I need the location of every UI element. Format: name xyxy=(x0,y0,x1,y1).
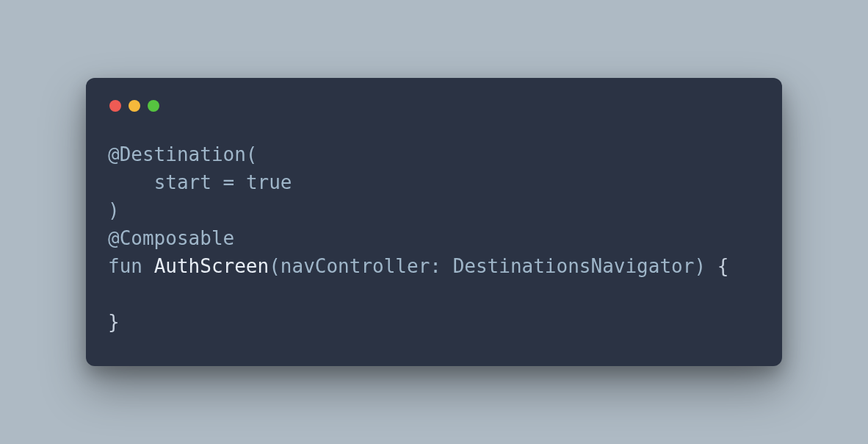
code-token: } xyxy=(108,311,120,333)
traffic-lights xyxy=(109,100,760,112)
code-token xyxy=(142,255,154,277)
code-window: @Destination( start = true ) @Composable… xyxy=(86,78,782,366)
code-token: ( xyxy=(246,143,258,165)
close-icon[interactable] xyxy=(109,100,121,112)
code-token: @Composable xyxy=(108,227,234,249)
code-token: : xyxy=(430,255,452,277)
code-token xyxy=(108,171,154,193)
code-token: AuthScreen xyxy=(154,255,270,277)
code-token: start xyxy=(154,171,211,193)
code-token: DestinationsNavigator xyxy=(453,255,695,277)
minimize-icon[interactable] xyxy=(129,100,140,112)
code-token: = xyxy=(211,171,246,193)
code-token: ) xyxy=(694,255,706,277)
code-token: @Destination xyxy=(108,143,246,165)
code-token: fun xyxy=(108,255,142,277)
maximize-icon[interactable] xyxy=(148,100,159,112)
code-token: { xyxy=(706,255,728,277)
code-token: true xyxy=(246,171,292,193)
code-token: ) xyxy=(108,199,120,221)
code-block: @Destination( start = true ) @Composable… xyxy=(108,141,760,337)
code-token: ( xyxy=(269,255,281,277)
code-token: navController xyxy=(281,255,430,277)
